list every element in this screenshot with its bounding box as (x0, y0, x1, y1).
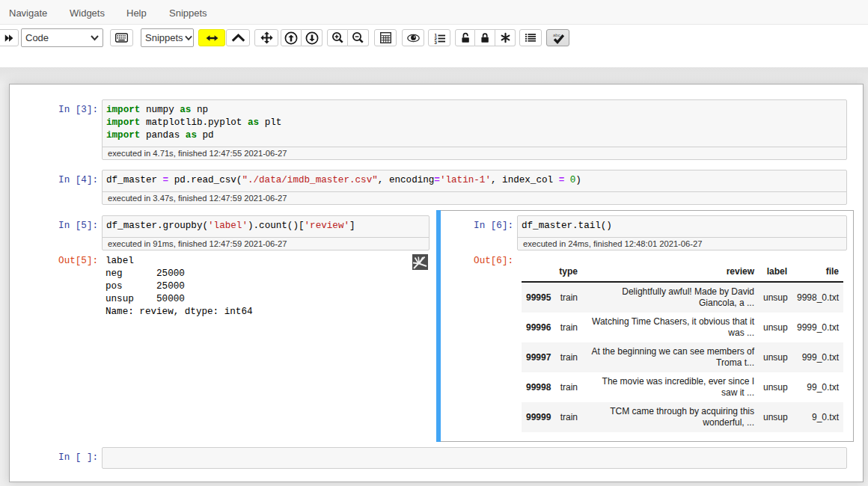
svg-text:3: 3 (434, 40, 437, 44)
svg-text:abc: abc (553, 32, 560, 37)
